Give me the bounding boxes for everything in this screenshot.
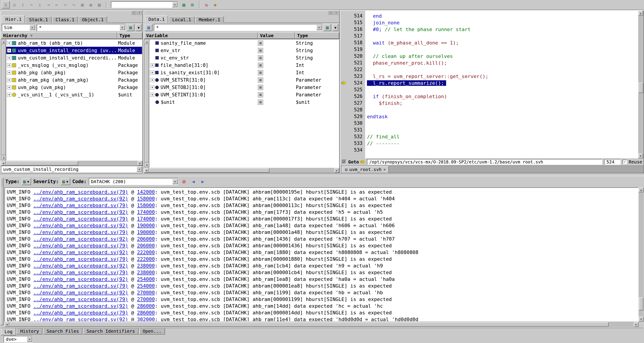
tab-hier-1[interactable]: Hier.1 [2,15,25,23]
line-number[interactable]: 526 [347,94,365,99]
tab-data-1[interactable]: Data.1 [145,15,168,23]
log-time-link[interactable]: 190000 [137,223,155,228]
data-columns-button[interactable]: ▦ [324,24,331,31]
log-time-link[interactable]: 190000 [137,230,155,235]
tab-stack-1[interactable]: Stack.1 [26,16,52,23]
scroll-down-button[interactable]: ▼ [144,162,149,168]
clear-filter-icon[interactable]: ⊘ [180,178,188,185]
value-cell-icon[interactable]: ⊞ [258,92,263,98]
log-time-link[interactable]: 238000 [137,270,155,275]
expander-icon[interactable]: + [7,93,11,97]
expander-icon[interactable]: + [7,86,11,90]
memory-button[interactable]: ▦ [95,1,103,8]
expander-icon[interactable]: + [7,78,11,82]
return-button[interactable]: ↩ [61,1,69,8]
data-horizontal-scrollbar[interactable]: ◀ ▶ [144,168,339,173]
scroll-left-button[interactable]: ◀ [4,322,10,327]
source-vertical-scrollbar[interactable]: ▲ ▼ [638,11,644,158]
expander-icon[interactable]: + [7,56,11,60]
hierarchy-row[interactable]: +uvm_pkg (uvm_pkg)Package [6,84,142,91]
chevron-down-icon[interactable]: ▾ [137,166,142,172]
expander-icon[interactable]: + [7,63,11,67]
chevron-down-icon[interactable]: ▾ [120,25,125,30]
line-number[interactable]: 528 [347,107,365,112]
back-icon[interactable]: ◀ [190,178,197,185]
line-number[interactable]: 517 [347,33,365,39]
goto-path-field[interactable]: /opt/synopsys/vcs/vcs-mx/O-2018.09-SP2/e… [367,159,602,165]
code-filter-combo[interactable]: DATACHK (200) ▾ [89,178,178,185]
expander-icon[interactable]: + [7,41,11,45]
expander-icon[interactable]: + [150,78,154,82]
scroll-left-button[interactable]: ◀ [1,161,6,166]
log-file-link[interactable]: ../env/ahb_ram_scoreboard.sv(92) [33,223,128,228]
scrollbar-trough[interactable] [144,44,149,162]
value-cell-icon[interactable]: ⊞ [258,62,263,68]
column-header-type[interactable]: Type [295,32,339,39]
log-file-link[interactable]: ../env/ahb_ram_scoreboard.sv(79) [33,202,128,208]
hierarchy-columns-button[interactable]: ▦ [127,24,134,31]
log-file-link[interactable]: ../env/ahb_ram_scoreboard.sv(79) [33,243,128,248]
tab-object-1[interactable]: Object.1 [78,16,107,23]
value-cell-icon[interactable]: ⊞ [258,48,263,53]
hierarchy-row[interactable]: +ahb_ram_pkg (ahb_ram_pkg)Package [6,76,142,84]
line-number[interactable]: 522 [347,67,365,72]
hierarchy-row[interactable]: +ahb_pkg (ahb_pkg)Package [6,69,142,76]
log-time-link[interactable]: 238000 [137,263,155,268]
scrollbar-trough[interactable] [639,192,644,316]
variable-row[interactable]: +UVM_SETSTR[31:0]⊞Parameter [149,76,339,84]
scrollbar-trough[interactable] [10,322,634,327]
variable-row[interactable]: +UVM_SETOBJ[31:0]⊞Parameter [149,84,339,91]
tab-close-icon[interactable]: × [383,167,386,172]
scroll-right-button[interactable]: ▶ [334,168,339,173]
scroll-left-button[interactable]: ◀ [144,168,149,173]
log-file-link[interactable]: ../env/ahb_ram_scoreboard.sv(92) [33,236,128,242]
hierarchy-horizontal-scrollbar[interactable]: ◀ ▶ [1,161,142,166]
scrollbar-thumb[interactable] [149,168,270,172]
log-time-link[interactable]: 254000 [137,276,155,282]
scroll-up-button[interactable]: ▲ [144,39,149,44]
log-horizontal-scrollbar[interactable]: ◀ ▶ [4,322,639,327]
tab-local-1[interactable]: Local.1 [168,16,194,23]
scrollbar-thumb[interactable] [6,161,78,166]
log-time-link[interactable]: 254000 [137,283,155,289]
log-time-link[interactable]: 222000 [137,256,155,262]
chevron-down-icon[interactable]: ▾ [30,25,35,30]
save-session-button[interactable]: ◆ [211,1,219,8]
variable-row[interactable]: env_str⊞String [149,47,339,54]
console-tab-search-identifiers[interactable]: Search Identifiers [83,328,139,334]
scrollbar-thumb[interactable] [639,298,643,310]
log-time-link[interactable]: 286000 [137,303,155,309]
line-number[interactable]: 515 [347,20,365,25]
scroll-down-button[interactable]: ▼ [639,316,644,322]
log-file-link[interactable]: ../env/ahb_ram_scoreboard.sv(79) [33,216,128,222]
clear-annotations-button[interactable]: ⊠ [188,1,196,8]
run-back-button[interactable]: ⇤ [53,1,61,8]
log-file-link[interactable]: ../env/ahb_ram_scoreboard.sv(79) [33,230,128,235]
column-header-hierarchy[interactable]: Hierarchy ▽ [1,32,117,39]
hierarchy-row[interactable]: +_vcs_msglog (_vcs_msglog)Package [6,62,142,69]
line-number[interactable]: 523 [347,74,365,79]
log-file-link[interactable]: ../env/ahb_ram_scoreboard.sv(92) [33,263,128,268]
data-view-button[interactable]: ▦ [145,24,152,31]
column-header-type[interactable]: Type [117,32,142,39]
line-margin[interactable] [340,81,347,85]
console-tab-search-files[interactable]: Search Files [43,328,82,334]
rerun-button[interactable]: ↻ [202,1,211,8]
context-combo[interactable]: Sim ▾ [2,24,35,31]
value-cell-icon[interactable]: ⊞ [258,70,263,75]
data-columns-menu-button[interactable]: ▾ [332,24,338,31]
line-number[interactable]: 533 [347,141,365,146]
log-file-link[interactable]: ../env/ahb_ram_scoreboard.sv(92) [33,290,128,295]
command-input[interactable]: dve> ▾ [4,336,33,342]
expander-icon[interactable]: + [7,48,11,52]
chevron-down-icon[interactable]: ▾ [172,2,178,8]
log-time-link[interactable]: 174000 [137,209,155,215]
value-cell-icon[interactable]: ⊞ [258,100,263,105]
scrollbar-trough[interactable] [6,161,138,166]
log-file-link[interactable]: ../env/ahb_ram_scoreboard.sv(79) [33,270,128,275]
chevron-down-icon[interactable]: ▾ [316,25,322,30]
panel-grip-handle[interactable] [0,178,4,325]
continue-button[interactable]: ↪ [70,1,78,8]
hierarchy-row[interactable]: +uvm_custom_install_verdi_recordi...Modu… [6,54,142,62]
log-file-link[interactable]: ../env/ahb_ram_scoreboard.sv(92) [33,196,128,202]
